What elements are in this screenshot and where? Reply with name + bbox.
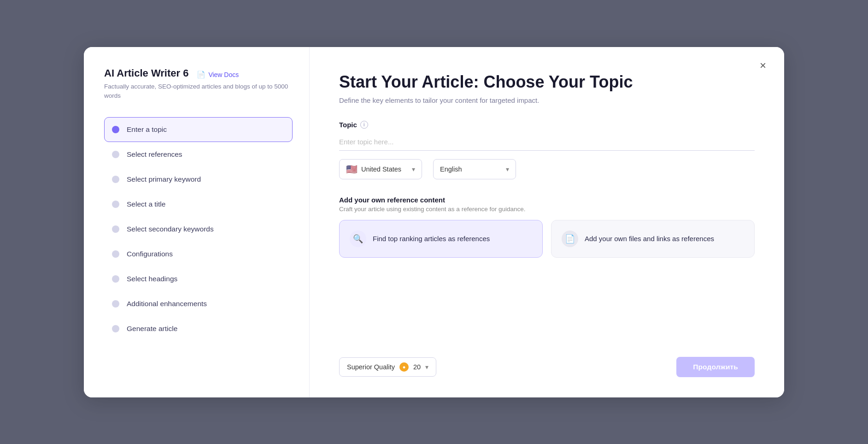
step-dot-select-headings xyxy=(112,275,119,283)
sidebar-step-enter-topic[interactable]: Enter a topic xyxy=(104,117,293,142)
reference-cards-row: 🔍 Find top ranking articles as reference… xyxy=(339,220,755,258)
step-dot-select-secondary-keywords xyxy=(112,225,119,233)
main-content: × Start Your Article: Choose Your Topic … xyxy=(310,47,784,397)
doc-icon: 📄 xyxy=(197,71,205,79)
sidebar-step-select-headings[interactable]: Select headings xyxy=(104,266,293,291)
close-button[interactable]: × xyxy=(755,57,771,74)
reference-section-title: Add your own reference content xyxy=(339,196,755,204)
sidebar-step-select-primary-keyword[interactable]: Select primary keyword xyxy=(104,167,293,192)
step-label-select-references: Select references xyxy=(127,150,182,159)
step-dot-generate-article xyxy=(112,325,119,332)
main-title: Start Your Article: Choose Your Topic xyxy=(339,72,755,92)
continue-button[interactable]: Продолжить xyxy=(676,357,755,377)
step-label-configurations: Configurations xyxy=(127,250,173,258)
language-selector[interactable]: English ▾ xyxy=(433,159,516,179)
step-label-select-primary-keyword: Select primary keyword xyxy=(127,175,201,184)
step-dot-select-primary-keyword xyxy=(112,176,119,183)
step-label-select-headings: Select headings xyxy=(127,275,177,283)
quality-label: Superior Quality xyxy=(347,363,395,371)
topic-label: Topic i xyxy=(339,121,755,129)
ref-card-find-top-ranking[interactable]: 🔍 Find top ranking articles as reference… xyxy=(339,220,543,258)
sidebar-title: AI Article Writer 6 xyxy=(104,67,188,79)
language-name: English xyxy=(440,166,462,173)
step-dot-select-references xyxy=(112,151,119,158)
step-dot-select-title xyxy=(112,201,119,208)
sidebar: AI Article Writer 6 📄 View Docs Factuall… xyxy=(84,47,310,397)
modal-overlay: AI Article Writer 6 📄 View Docs Factuall… xyxy=(0,0,868,444)
sidebar-step-select-secondary-keywords[interactable]: Select secondary keywords xyxy=(104,217,293,242)
step-label-select-secondary-keywords: Select secondary keywords xyxy=(127,225,214,233)
sidebar-subtitle: Factually accurate, SEO-optimized articl… xyxy=(104,82,293,101)
country-chevron-icon: ▾ xyxy=(412,166,415,173)
modal: AI Article Writer 6 📄 View Docs Factuall… xyxy=(84,47,784,397)
country-flag: 🇺🇸 xyxy=(346,164,358,175)
language-chevron-icon: ▾ xyxy=(506,166,509,173)
ref-card-label-find-top-ranking: Find top ranking articles as references xyxy=(373,235,490,243)
quality-coin-value: 20 xyxy=(413,363,421,371)
step-dot-configurations xyxy=(112,250,119,258)
step-label-enter-topic: Enter a topic xyxy=(127,125,167,134)
ref-card-label-add-own-files: Add your own files and links as referenc… xyxy=(585,235,714,243)
quality-selector[interactable]: Superior Quality ● 20 ▾ xyxy=(339,357,436,377)
country-name: United States xyxy=(361,166,401,173)
ref-card-add-own-files[interactable]: 📄 Add your own files and links as refere… xyxy=(551,220,755,258)
sidebar-step-configurations[interactable]: Configurations xyxy=(104,242,293,266)
coin-icon: ● xyxy=(399,362,409,372)
docs-link[interactable]: 📄 View Docs xyxy=(197,71,239,79)
ref-card-icon-find-top-ranking: 🔍 xyxy=(350,231,366,247)
step-dot-additional-enhancements xyxy=(112,300,119,308)
sidebar-header: AI Article Writer 6 📄 View Docs Factuall… xyxy=(104,67,293,101)
sidebar-step-generate-article[interactable]: Generate article xyxy=(104,316,293,341)
reference-section-subtitle: Craft your article using existing conten… xyxy=(339,206,755,213)
step-dot-enter-topic xyxy=(112,126,119,133)
ref-card-icon-add-own-files: 📄 xyxy=(562,231,578,247)
topic-info-icon: i xyxy=(360,121,368,129)
sidebar-step-additional-enhancements[interactable]: Additional enhancements xyxy=(104,291,293,316)
selectors-row: 🇺🇸 United States ▾ English ▾ xyxy=(339,159,755,179)
main-subtitle: Define the key elements to tailor your c… xyxy=(339,96,755,104)
quality-chevron-icon: ▾ xyxy=(425,363,428,371)
sidebar-step-select-references[interactable]: Select references xyxy=(104,142,293,167)
sidebar-step-select-title[interactable]: Select a title xyxy=(104,192,293,217)
docs-link-label: View Docs xyxy=(208,71,239,78)
topic-input[interactable] xyxy=(339,133,755,151)
topic-label-text: Topic xyxy=(339,121,357,129)
step-label-generate-article: Generate article xyxy=(127,325,177,333)
sidebar-steps: Enter a topic Select references Select p… xyxy=(104,117,293,341)
step-label-select-title: Select a title xyxy=(127,200,165,208)
step-label-additional-enhancements: Additional enhancements xyxy=(127,300,207,308)
bottom-row: Superior Quality ● 20 ▾ Продолжить xyxy=(339,357,755,377)
country-selector[interactable]: 🇺🇸 United States ▾ xyxy=(339,159,422,179)
